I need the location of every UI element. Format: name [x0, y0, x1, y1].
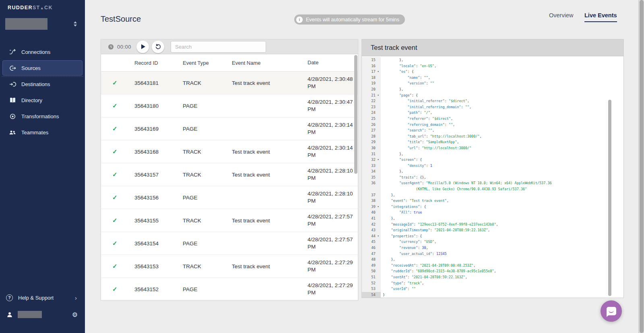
line-number: 31 — [362, 151, 376, 157]
line-number: 50 — [362, 268, 376, 274]
cell-record-id: 35643157 — [134, 172, 183, 178]
destinations-icon — [9, 81, 16, 88]
line-number: 45 — [362, 239, 376, 245]
cell-event-type: TRACK — [183, 80, 232, 86]
tab-live-events[interactable]: Live Events — [584, 12, 617, 22]
sidebar-item-teammates[interactable]: Teammates — [2, 125, 83, 140]
cell-event-type: PAGE — [183, 240, 232, 247]
event-row[interactable]: ✓35643155TRACKTest track event4/28/2021,… — [101, 209, 358, 232]
cell-event-name: Test track event — [232, 263, 308, 269]
cell-event-name: Test track event — [232, 172, 308, 178]
code-line: 47 "user_actual_id": 12345 — [362, 251, 623, 257]
sidebar-item-label: Directory — [21, 97, 42, 103]
user-avatar-icon — [6, 311, 13, 318]
sidebar-item-sources[interactable]: Sources — [2, 60, 83, 76]
sidebar-item-destinations[interactable]: Destinations — [2, 76, 83, 92]
code-line: 46 "revenue": 30, — [362, 245, 623, 251]
cell-event-type: TRACK — [183, 149, 232, 155]
line-number: 43 — [362, 227, 376, 233]
line-number: 44 — [362, 233, 376, 239]
code-line: 30 "url": "http://localhost:3000/" — [362, 145, 623, 151]
chevron-up-down-icon — [74, 21, 77, 27]
stream-notice-text: Events will automatically stream for 5mi… — [306, 17, 399, 23]
event-row[interactable]: ✓35643168TRACKTest track event4/28/2021,… — [101, 140, 358, 163]
line-number: 52 — [362, 280, 376, 286]
tab-overview[interactable]: Overview — [549, 12, 573, 18]
event-row[interactable]: ✓35643153TRACKTest track event4/28/2021,… — [101, 255, 358, 278]
line-number: 22 — [362, 98, 376, 104]
code-line: 18 "name": "", — [362, 75, 623, 81]
event-detail-title: Test track event — [362, 39, 623, 56]
line-number: 54 — [362, 292, 376, 298]
settings-gear-icon[interactable]: ⚙ — [72, 311, 78, 319]
events-scrollbar[interactable] — [354, 55, 357, 300]
event-row[interactable]: ✓35643157TRACKTest track event4/28/2021,… — [101, 163, 358, 186]
delivered-check-icon: ✓ — [112, 194, 118, 201]
search-input[interactable] — [171, 41, 266, 53]
code-line: 43 "originalTimestamp": "2021-04-28T08:5… — [362, 227, 623, 233]
line-number: 20 — [362, 86, 376, 92]
help-support-label: Help & Support — [18, 295, 54, 301]
line-number: 19 — [362, 80, 376, 86]
json-scrollbar[interactable] — [608, 100, 611, 297]
code-line: 25 "referrer": "$direct", — [362, 116, 623, 122]
clock-icon — [108, 44, 114, 50]
cell-record-id: 35643169 — [134, 126, 183, 132]
info-icon: i — [296, 16, 303, 23]
delivered-check-icon: ✓ — [112, 240, 118, 247]
code-line: 17▾ "os": { — [362, 69, 623, 75]
line-number: 53 — [362, 286, 376, 292]
line-number: 15 — [362, 57, 376, 63]
sidebar-item-transformations[interactable]: Transformations — [2, 109, 83, 124]
intercom-launcher[interactable] — [601, 300, 622, 322]
cell-record-id: 35643180 — [134, 103, 183, 109]
cell-event-type: PAGE — [183, 286, 232, 292]
fold-toggle-icon[interactable]: ▾ — [376, 204, 381, 210]
line-number: 34 — [362, 169, 376, 175]
fold-toggle-icon[interactable]: ▾ — [376, 157, 381, 163]
code-line: 34 }, — [362, 169, 623, 175]
delivered-check-icon: ✓ — [112, 148, 118, 155]
event-row[interactable]: ✓35643181TRACKTest track event4/28/2021,… — [101, 72, 358, 95]
teammates-icon — [9, 129, 16, 136]
event-row[interactable]: ✓35643152PAGE4/28/2021, 2:27:29PM — [101, 278, 358, 301]
sidebar-item-label: Destinations — [21, 81, 50, 87]
sidebar-item-label: Connections — [21, 49, 50, 55]
event-detail-panel: Test track event 15 },16 "locale": "en-U… — [361, 39, 624, 298]
cell-record-id: 35643181 — [134, 80, 183, 86]
refresh-button[interactable] — [152, 41, 164, 53]
cell-date: 4/28/2021, 2:30:48PM — [308, 76, 355, 90]
cell-event-type: TRACK — [183, 172, 232, 178]
code-line: 37 }, — [362, 192, 623, 198]
sidebar-item-help-support[interactable]: ? Help & Support › — [0, 291, 85, 304]
line-number: 47 — [362, 251, 376, 257]
code-line: 21▾ "page": { — [362, 92, 623, 99]
event-row[interactable]: ✓35643169PAGE4/28/2021, 2:30:14PM — [101, 117, 358, 140]
delivered-check-icon: ✓ — [112, 125, 118, 132]
line-number: 25 — [362, 116, 376, 122]
event-row[interactable]: ✓35643154PAGE4/28/2021, 2:27:57PM — [101, 232, 358, 255]
fold-toggle-icon[interactable]: ▾ — [376, 92, 381, 99]
events-panel: 00:00 Record ID Event Type Event Name Da… — [101, 39, 358, 300]
line-number: 38 — [362, 198, 376, 204]
cell-event-name: Test track event — [232, 149, 308, 155]
cell-date: 4/28/2021, 2:30:14PM — [308, 121, 355, 136]
code-line: 20 }, — [362, 86, 623, 92]
sources-icon — [9, 65, 16, 72]
sidebar-item-label: Transformations — [21, 113, 59, 119]
logo-text-light2: CK — [44, 5, 53, 10]
fold-toggle-icon[interactable]: ▾ — [376, 69, 381, 75]
code-line: 35 "traits": {}, — [362, 175, 623, 181]
event-row[interactable]: ✓35643156PAGE4/28/2021, 2:28:10PM — [101, 186, 358, 209]
code-line: 23 "initial_referring_domain": "", — [362, 104, 623, 110]
browser-scrollbar-thumb[interactable] — [640, 0, 644, 333]
workspace-selector[interactable] — [5, 18, 80, 30]
sidebar-item-connections[interactable]: Connections — [2, 44, 83, 60]
cell-event-type: PAGE — [183, 195, 232, 201]
fold-toggle-icon[interactable]: ▾ — [376, 233, 381, 239]
user-name-redacted — [18, 311, 42, 318]
play-button[interactable] — [136, 41, 149, 53]
event-row[interactable]: ✓35643180PAGE4/28/2021, 2:30:47PM — [101, 95, 358, 117]
events-table-body: ✓35643181TRACKTest track event4/28/2021,… — [101, 72, 358, 301]
sidebar-item-directory[interactable]: Directory — [2, 92, 83, 108]
